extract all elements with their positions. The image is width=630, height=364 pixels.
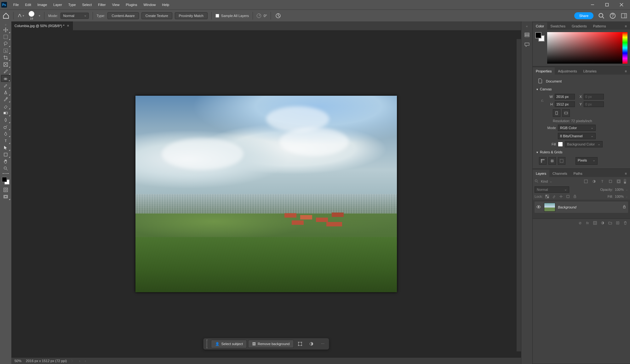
shape-tool[interactable]: [1, 151, 10, 158]
blend-mode-select[interactable]: Normal: [535, 186, 569, 193]
marquee-tool[interactable]: [1, 33, 10, 40]
layer-filter-kind[interactable]: Kind: [541, 179, 548, 183]
panel-menu-icon[interactable]: ≡: [622, 170, 630, 177]
eyedropper-tool[interactable]: [1, 68, 10, 75]
lock-icon[interactable]: [622, 205, 626, 209]
status-arrow-icon[interactable]: 〉: [71, 359, 75, 363]
comments-panel-icon[interactable]: [523, 41, 531, 48]
angle-icon[interactable]: [257, 14, 261, 18]
tab-channels[interactable]: Channels: [549, 170, 570, 177]
hand-tool[interactable]: [1, 158, 10, 165]
filter-smart-icon[interactable]: [616, 178, 622, 185]
delete-icon[interactable]: [622, 220, 628, 226]
tab-color[interactable]: Color: [533, 22, 547, 30]
opacity-value[interactable]: 100%: [615, 188, 624, 191]
lock-position-icon[interactable]: [558, 194, 564, 199]
filter-toggle[interactable]: [624, 178, 628, 185]
brush-preview[interactable]: 19: [27, 11, 36, 20]
frame-tool[interactable]: [1, 61, 10, 68]
guides-icon[interactable]: [558, 157, 565, 165]
width-input[interactable]: [555, 94, 575, 100]
contextual-task-bar[interactable]: 👤 Select subject 🖼 Remove background ⋯: [203, 338, 329, 350]
type-create-texture[interactable]: Create Texture: [141, 12, 172, 19]
window-minimize[interactable]: [585, 0, 600, 9]
layer-list[interactable]: Background: [533, 200, 630, 219]
zoom-tool[interactable]: [1, 165, 10, 172]
pen-tool[interactable]: [1, 130, 10, 137]
color-mode-select[interactable]: RGB Color: [558, 125, 596, 131]
color-picker[interactable]: [547, 32, 627, 64]
mask-icon[interactable]: [592, 220, 598, 226]
help-icon[interactable]: ?: [609, 12, 616, 19]
healing-brush-tool[interactable]: [1, 75, 10, 82]
brush-tool[interactable]: [1, 82, 10, 89]
share-button[interactable]: Share: [574, 12, 593, 19]
filter-pixel-icon[interactable]: [583, 178, 589, 185]
lock-artboard-icon[interactable]: [565, 194, 570, 199]
toolbar-overflow-icon[interactable]: [3, 173, 9, 174]
layer-name[interactable]: Background: [558, 205, 576, 209]
drag-handle-icon[interactable]: [207, 339, 208, 348]
pressure-icon[interactable]: [275, 12, 282, 19]
tab-gradients[interactable]: Gradients: [569, 22, 590, 30]
type-content-aware[interactable]: Content-Aware: [107, 12, 139, 19]
adjustment-layer-icon[interactable]: [600, 220, 605, 226]
canvas[interactable]: [135, 96, 397, 292]
blur-tool[interactable]: [1, 117, 10, 123]
search-icon[interactable]: [535, 179, 539, 184]
orientation-landscape-icon[interactable]: [562, 109, 570, 117]
screen-mode-tool[interactable]: [1, 193, 10, 200]
menu-select[interactable]: Select: [79, 1, 95, 9]
lock-transparency-icon[interactable]: [545, 194, 550, 199]
menu-help[interactable]: Help: [159, 1, 173, 9]
dock-expand-icon[interactable]: «: [521, 24, 532, 28]
window-maximize[interactable]: [600, 0, 614, 9]
home-button[interactable]: [3, 12, 9, 19]
y-input[interactable]: [584, 101, 604, 107]
panel-menu-icon[interactable]: ≡: [622, 67, 630, 75]
type-tool[interactable]: T: [1, 137, 10, 144]
type-proximity-match[interactable]: Proximity Match: [175, 12, 208, 19]
bit-depth-select[interactable]: 8 Bits/Channel: [558, 133, 596, 139]
window-close[interactable]: [614, 0, 629, 9]
vertical-scrollbar[interactable]: [517, 39, 521, 351]
path-select-tool[interactable]: [1, 144, 10, 151]
color-field[interactable]: [547, 32, 622, 64]
more-icon[interactable]: ⋯: [319, 340, 327, 348]
menu-filter[interactable]: Filter: [95, 1, 109, 9]
menu-edit[interactable]: Edit: [22, 1, 34, 9]
lasso-tool[interactable]: [1, 40, 10, 47]
tab-adjustments[interactable]: Adjustments: [555, 67, 580, 75]
orientation-portrait-icon[interactable]: [553, 109, 560, 117]
tab-swatches[interactable]: Swatches: [547, 22, 569, 30]
tab-paths[interactable]: Paths: [570, 170, 586, 177]
lock-all-icon[interactable]: [572, 194, 577, 199]
workspace-icon[interactable]: [621, 12, 627, 19]
document-tab[interactable]: Columbia.jpg @ 50% (RGB/8*) * ×: [11, 21, 73, 30]
menu-type[interactable]: Type: [65, 1, 79, 9]
color-fgbg-swatch[interactable]: [535, 32, 545, 42]
grid-icon[interactable]: [548, 157, 556, 165]
history-panel-icon[interactable]: [523, 31, 531, 38]
menu-layer[interactable]: Layer: [50, 1, 65, 9]
filter-adjustment-icon[interactable]: [591, 178, 597, 185]
move-tool[interactable]: [1, 26, 10, 33]
visibility-icon[interactable]: [536, 205, 541, 210]
fill-select[interactable]: Background Color: [565, 141, 603, 147]
rulers-icon[interactable]: [539, 157, 547, 165]
panel-menu-icon[interactable]: ≡: [622, 22, 630, 30]
new-layer-icon[interactable]: [615, 220, 621, 226]
canvas-section-header[interactable]: ▾ Canvas: [535, 85, 627, 93]
x-input[interactable]: [584, 94, 604, 100]
adjustments-icon[interactable]: [308, 340, 315, 348]
zoom-level[interactable]: 50%: [14, 359, 21, 363]
tab-properties[interactable]: Properties: [533, 67, 555, 75]
dodge-tool[interactable]: [1, 123, 10, 130]
eraser-tool[interactable]: [1, 103, 10, 110]
object-select-tool[interactable]: [1, 47, 10, 54]
toolbar-collapse-icon[interactable]: »: [0, 23, 11, 26]
fill-swatch[interactable]: [558, 142, 563, 147]
close-tab-icon[interactable]: ×: [67, 24, 69, 28]
layer-thumbnail[interactable]: [544, 203, 555, 212]
units-select[interactable]: Pixels: [576, 157, 598, 165]
